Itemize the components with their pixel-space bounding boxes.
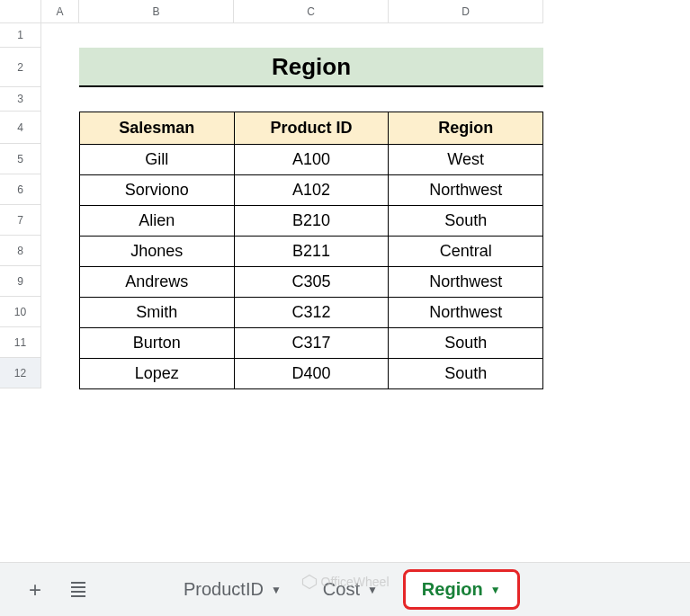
tab-product-id[interactable]: ProductID ▼ <box>167 572 298 607</box>
cell-salesman[interactable]: Jhones <box>80 237 235 267</box>
all-sheets-button[interactable] <box>61 573 95 607</box>
table-header-row: Salesman Product ID Region <box>80 112 543 145</box>
cell-region[interactable]: West <box>389 145 543 175</box>
cell-region[interactable]: South <box>389 206 543 237</box>
add-sheet-button[interactable]: + <box>18 573 52 607</box>
table-row: Andrews C305 Northwest <box>80 267 543 298</box>
row-headers: 1 2 3 4 5 6 7 8 9 10 11 12 <box>0 23 41 562</box>
cell-product-id[interactable]: C312 <box>234 298 389 328</box>
cell-salesman[interactable]: Alien <box>80 206 235 237</box>
cell-salesman[interactable]: Smith <box>80 298 235 328</box>
grid-body: 1 2 3 4 5 6 7 8 9 10 11 12 Region Salesm… <box>0 23 690 562</box>
cell-product-id[interactable]: A100 <box>234 145 389 175</box>
sheet-tabs-bar: + ProductID ▼ Cost ▼ Region ▼ OfficeWhee… <box>0 562 690 616</box>
cell-salesman[interactable]: Gill <box>80 145 235 175</box>
col-header-a[interactable]: A <box>41 0 79 23</box>
table-body: Gill A100 West Sorviono A102 Northwest A… <box>80 145 543 389</box>
column-headers: A B C D <box>41 0 543 23</box>
tab-region[interactable]: Region ▼ <box>403 569 520 610</box>
row-header-11[interactable]: 11 <box>0 327 41 358</box>
cells-area[interactable]: Region Salesman Product ID Region Gill A… <box>41 23 690 562</box>
cell-product-id[interactable]: B210 <box>234 206 389 237</box>
spreadsheet-container: A B C D 1 2 3 4 5 6 7 8 9 10 11 12 Regio… <box>0 0 690 616</box>
header-salesman[interactable]: Salesman <box>80 112 235 145</box>
header-row: A B C D <box>0 0 690 23</box>
row-header-7[interactable]: 7 <box>0 205 41 236</box>
row-header-2[interactable]: 2 <box>0 48 41 87</box>
select-all-corner[interactable] <box>0 0 41 23</box>
row-header-4[interactable]: 4 <box>0 112 41 144</box>
table-row: Jhones B211 Central <box>80 237 543 267</box>
row-header-6[interactable]: 6 <box>0 174 41 205</box>
cell-product-id[interactable]: B211 <box>234 237 389 267</box>
row-header-1[interactable]: 1 <box>0 23 41 48</box>
cell-region[interactable]: South <box>389 328 543 359</box>
cell-product-id[interactable]: C305 <box>234 267 389 298</box>
table-row: Sorviono A102 Northwest <box>80 175 543 206</box>
cell-region[interactable]: Central <box>389 237 543 267</box>
row-header-8[interactable]: 8 <box>0 236 41 266</box>
watermark: OfficeWheel <box>301 574 390 590</box>
table-row: Burton C317 South <box>80 328 543 359</box>
cell-salesman[interactable]: Andrews <box>80 267 235 298</box>
chevron-down-icon: ▼ <box>271 584 282 596</box>
col-header-d[interactable]: D <box>389 0 543 23</box>
table-row: Alien B210 South <box>80 206 543 237</box>
col-header-b[interactable]: B <box>79 0 234 23</box>
row-header-9[interactable]: 9 <box>0 266 41 297</box>
cell-salesman[interactable]: Burton <box>80 328 235 359</box>
cell-product-id[interactable]: A102 <box>234 175 389 206</box>
table-row: Smith C312 Northwest <box>80 298 543 328</box>
cell-product-id[interactable]: D400 <box>234 359 389 389</box>
svg-marker-0 <box>302 576 316 589</box>
cell-region[interactable]: South <box>389 359 543 389</box>
table-row: Gill A100 West <box>80 145 543 175</box>
row-header-3[interactable]: 3 <box>0 87 41 112</box>
table-row: Lopez D400 South <box>80 359 543 389</box>
chevron-down-icon: ▼ <box>490 584 501 596</box>
cell-region[interactable]: Northwest <box>389 298 543 328</box>
header-product-id[interactable]: Product ID <box>234 112 389 145</box>
row-header-5[interactable]: 5 <box>0 144 41 174</box>
cell-salesman[interactable]: Lopez <box>80 359 235 389</box>
row-header-12[interactable]: 12 <box>0 358 41 388</box>
cell-region[interactable]: Northwest <box>389 267 543 298</box>
title-cell[interactable]: Region <box>79 48 543 87</box>
tab-label: ProductID <box>184 579 264 600</box>
cell-region[interactable]: Northwest <box>389 175 543 206</box>
menu-icon <box>71 582 85 597</box>
cell-product-id[interactable]: C317 <box>234 328 389 359</box>
cell-salesman[interactable]: Sorviono <box>80 175 235 206</box>
row-header-10[interactable]: 10 <box>0 297 41 327</box>
col-header-c[interactable]: C <box>234 0 389 23</box>
data-table: Salesman Product ID Region Gill A100 Wes… <box>79 112 543 389</box>
header-region[interactable]: Region <box>389 112 543 145</box>
tab-label: Region <box>422 579 483 600</box>
plus-icon: + <box>29 577 41 603</box>
